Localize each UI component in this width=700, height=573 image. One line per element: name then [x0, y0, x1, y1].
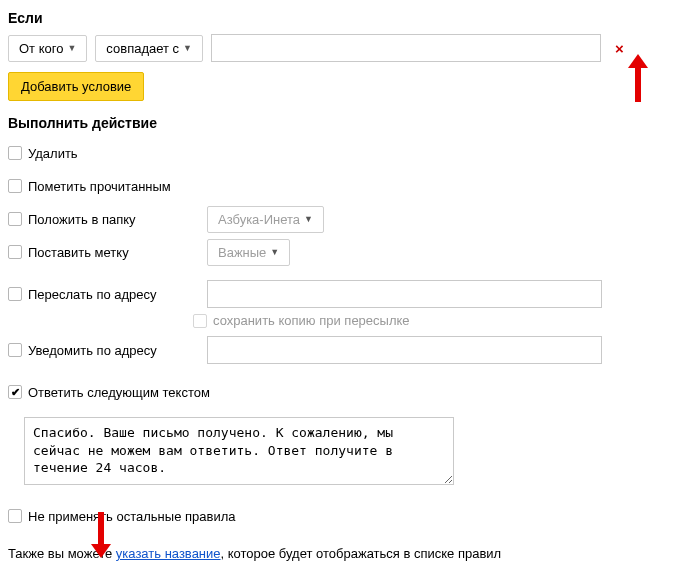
- move-folder-checkbox-row[interactable]: Положить в папку: [8, 212, 193, 227]
- keep-copy-label: сохранить копию при пересылке: [213, 313, 410, 328]
- delete-checkbox-row[interactable]: Удалить: [8, 146, 193, 161]
- condition-value-input[interactable]: [211, 34, 601, 62]
- add-condition-button[interactable]: Добавить условие: [8, 72, 144, 101]
- forward-label: Переслать по адресу: [28, 287, 157, 302]
- move-folder-label: Положить в папку: [28, 212, 136, 227]
- reply-label: Ответить следующим текстом: [28, 385, 210, 400]
- checkbox-icon: [8, 179, 22, 193]
- checkbox-icon: [8, 245, 22, 259]
- checkbox-icon: [8, 212, 22, 226]
- keep-copy-row[interactable]: сохранить копию при пересылке: [193, 313, 692, 328]
- set-label-checkbox-row[interactable]: Поставить метку: [8, 245, 193, 260]
- match-select-label: совпадает с: [106, 41, 179, 56]
- chevron-down-icon: ▼: [270, 247, 279, 257]
- notify-label: Уведомить по адресу: [28, 343, 157, 358]
- folder-select-value: Азбука-Инета: [218, 212, 300, 227]
- chevron-down-icon: ▼: [304, 214, 313, 224]
- checkbox-icon: [8, 509, 22, 523]
- notify-address-input[interactable]: [207, 336, 602, 364]
- chevron-down-icon: ▼: [183, 43, 192, 53]
- delete-label: Удалить: [28, 146, 78, 161]
- set-label-label: Поставить метку: [28, 245, 129, 260]
- chevron-down-icon: ▼: [67, 43, 76, 53]
- checkbox-icon: [8, 146, 22, 160]
- mark-read-label: Пометить прочитанным: [28, 179, 171, 194]
- set-name-link[interactable]: указать название: [116, 546, 221, 561]
- checkbox-icon: [8, 287, 22, 301]
- actions-title: Выполнить действие: [8, 115, 692, 131]
- checkbox-checked-icon: [8, 385, 22, 399]
- dont-apply-others-label: Не применять остальные правила: [28, 509, 235, 524]
- notify-checkbox-row[interactable]: Уведомить по адресу: [8, 343, 193, 358]
- hint-post: , которое будет отображаться в списке пр…: [221, 546, 502, 561]
- match-select[interactable]: совпадает с ▼: [95, 35, 203, 62]
- checkbox-icon: [8, 343, 22, 357]
- condition-row: От кого ▼ совпадает с ▼ ×: [8, 34, 692, 62]
- from-select-label: От кого: [19, 41, 63, 56]
- condition-title: Если: [8, 10, 692, 26]
- label-select-value: Важные: [218, 245, 266, 260]
- remove-condition-icon[interactable]: ×: [615, 40, 624, 57]
- dont-apply-others-row[interactable]: Не применять остальные правила: [8, 509, 235, 524]
- checkbox-icon: [193, 314, 207, 328]
- label-select[interactable]: Важные ▼: [207, 239, 290, 266]
- from-select[interactable]: От кого ▼: [8, 35, 87, 62]
- folder-select[interactable]: Азбука-Инета ▼: [207, 206, 324, 233]
- reply-textarea[interactable]: [24, 417, 454, 485]
- reply-checkbox-row[interactable]: Ответить следующим текстом: [8, 385, 210, 400]
- forward-checkbox-row[interactable]: Переслать по адресу: [8, 287, 193, 302]
- forward-address-input[interactable]: [207, 280, 602, 308]
- annotation-arrow-down: [92, 512, 110, 558]
- mark-read-checkbox-row[interactable]: Пометить прочитанным: [8, 179, 193, 194]
